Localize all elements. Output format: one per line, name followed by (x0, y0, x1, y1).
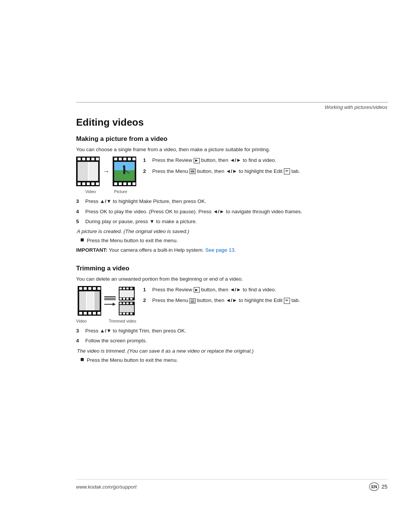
section2-steps-with-image: Video Trimmed video 1 Press the Review ▶… (76, 286, 387, 323)
menu-button-icon-2 (190, 298, 196, 304)
filmstrip-video-icon-2 (78, 286, 101, 316)
updown-icon-1: ▲/▼ (100, 198, 111, 204)
svg-rect-34 (88, 287, 91, 290)
edit-tab-icon-1: ✂ (284, 168, 290, 174)
footer: www.kodak.com/go/support EN 25 (76, 479, 387, 491)
svg-rect-17 (123, 158, 126, 160)
step4-text: Press OK to play the video. (Press OK to… (85, 208, 387, 216)
section2-bullet1: Press the Menu button to exit the menu. (81, 356, 387, 364)
section1-step2: 2 Press the Menu button, then ◄/► to hig… (143, 168, 387, 175)
nav-icon-4: ◄/► (230, 287, 241, 292)
svg-rect-68 (126, 313, 129, 315)
svg-rect-62 (119, 302, 122, 304)
section1-step5: 5 During play or pause, press ▼ to make … (76, 218, 387, 225)
section2-steps-inline: 1 Press the Review ▶ button, then ◄/► to… (143, 286, 387, 308)
s2-step1-text: Press the Review ▶ button, then ◄/► to f… (152, 286, 387, 294)
review-button-icon-1: ▶ (194, 158, 200, 163)
svg-rect-15 (114, 158, 117, 160)
bullet-icon-1 (81, 238, 84, 241)
step3-text: Press ▲/▼ to highlight Make Picture, the… (85, 198, 387, 205)
s2-step3-text: Press ▲/▼ to highlight Trim, then press … (85, 327, 387, 335)
svg-rect-58 (126, 298, 129, 300)
s2-step4-text: Follow the screen prompts. (85, 337, 387, 345)
nav-icon-3: ◄/► (213, 209, 224, 214)
svg-rect-44 (87, 291, 94, 310)
section1-step1: 1 Press the Review ▶ button, then ◄/► to… (143, 157, 387, 164)
trimmed-filmstrip-bottom (119, 302, 135, 315)
svg-marker-50 (113, 303, 116, 306)
section1-important: IMPORTANT: Your camera offers a built-in… (76, 246, 387, 254)
step2-text: Press the Menu button, then ◄/► to highl… (152, 168, 387, 175)
svg-rect-43 (79, 291, 86, 310)
important-text: Your camera offers a built-in Help syste… (109, 247, 204, 253)
nav-icon-2: ◄/► (226, 168, 237, 174)
s2-step2-num: 2 (143, 297, 150, 304)
svg-rect-9 (91, 182, 94, 185)
nav-icon-5: ◄/► (226, 297, 237, 303)
picture-frame-icon (113, 157, 136, 186)
filmstrip-container-1: → (76, 157, 136, 186)
section1-image-labels: Video Picture (76, 189, 136, 194)
section1-image-area: → (76, 157, 136, 194)
section2-italic: The video is trimmed. (You can save it a… (77, 347, 387, 355)
section1-steps-with-image: → (76, 157, 387, 194)
svg-rect-2 (82, 158, 85, 160)
page-title: Editing videos (76, 117, 387, 128)
svg-rect-38 (84, 312, 87, 315)
svg-rect-57 (123, 298, 125, 300)
svg-rect-40 (93, 312, 96, 315)
en-badge: EN (369, 482, 379, 491)
svg-rect-54 (126, 288, 129, 289)
bullet2-text: Press the Menu button to exit the menu. (87, 356, 178, 364)
trimmed-filmstrips (119, 287, 135, 315)
main-content: Editing videos Making a picture from a v… (76, 117, 387, 366)
svg-rect-35 (93, 287, 96, 290)
svg-rect-10 (96, 182, 99, 185)
svg-rect-52 (119, 288, 122, 289)
bullet1-text: Press the Menu button to exit the menu. (87, 237, 178, 244)
menu-button-icon-1 (190, 169, 196, 174)
important-link[interactable]: See page 13. (205, 247, 236, 253)
page-number: 25 (381, 484, 387, 490)
nav-icon-1: ◄/► (230, 157, 241, 163)
step3-num: 3 (76, 198, 85, 205)
section2-step4: 4 Follow the screen prompts. (76, 337, 387, 345)
svg-rect-18 (128, 158, 131, 160)
svg-rect-4 (91, 158, 94, 160)
review-button-icon-2: ▶ (194, 287, 200, 292)
svg-rect-6 (78, 182, 81, 185)
step1-num: 1 (143, 157, 150, 164)
svg-rect-19 (132, 158, 135, 160)
edit-tab-icon-2: ✂ (284, 298, 290, 304)
svg-rect-23 (128, 182, 131, 185)
step2-num: 2 (143, 168, 150, 175)
section2-step2: 2 Press the Menu button, then ◄/► to hig… (143, 297, 387, 304)
s2-step4-num: 4 (76, 337, 85, 345)
svg-rect-8 (87, 182, 90, 185)
svg-rect-33 (84, 287, 87, 290)
svg-rect-53 (123, 288, 125, 289)
scissors-lines-icon (104, 295, 116, 301)
updown-icon-2: ▲/▼ (100, 328, 111, 334)
section2-step3: 3 Press ▲/▼ to highlight Trim, then pres… (76, 327, 387, 335)
footer-page-area: EN 25 (369, 482, 387, 491)
header-text: Working with pictures/videos (325, 104, 387, 110)
svg-rect-32 (79, 287, 82, 290)
svg-rect-60 (119, 290, 134, 297)
label-video-2: Video (76, 319, 87, 323)
label-video-1: Video (85, 189, 96, 194)
svg-rect-70 (119, 305, 134, 312)
filmstrip-container-2 (78, 286, 135, 316)
section1-intro: You can choose a single frame from a vid… (76, 146, 387, 153)
svg-rect-3 (87, 158, 90, 160)
section1-step4: 4 Press OK to play the video. (Press OK … (76, 208, 387, 216)
svg-rect-37 (79, 312, 82, 315)
section1-italic: A picture is created. (The original vide… (77, 228, 387, 235)
arrow-right-icon-2 (104, 302, 116, 307)
svg-rect-13 (89, 162, 98, 181)
svg-rect-41 (97, 312, 100, 315)
section2-image-area: Video Trimmed video (76, 286, 136, 323)
subsection-title-2: Trimming a video (76, 265, 387, 272)
trimmed-filmstrip-top (119, 287, 135, 300)
svg-rect-22 (123, 182, 126, 185)
